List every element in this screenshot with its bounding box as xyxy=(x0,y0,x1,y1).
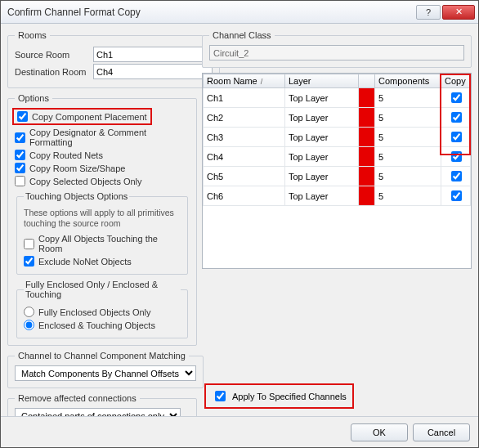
cell-components: 5 xyxy=(375,108,441,128)
cell-copy xyxy=(441,88,471,108)
cell-layer: Top Layer xyxy=(285,167,359,186)
copy-designator-checkbox[interactable] xyxy=(15,132,25,143)
options-group: Options Copy Component Placement Copy De… xyxy=(7,93,197,346)
apply-box: Apply To Specified Channels xyxy=(207,386,351,406)
cell-layer: Top Layer xyxy=(285,128,359,147)
touching-legend: Touching Objects Options xyxy=(24,191,129,201)
apply-checkbox[interactable] xyxy=(215,391,226,401)
rooms-group: Rooms Source Room Destination Room xyxy=(7,30,220,88)
table-row[interactable]: Ch1Top Layer5 xyxy=(204,88,471,108)
apply-area: Apply To Specified Channels xyxy=(202,383,472,410)
enclosed-legend: Fully Enclosed Only / Enclosed & Touchin… xyxy=(24,280,181,299)
cell-room: Ch6 xyxy=(204,186,285,206)
cell-room: Ch1 xyxy=(204,88,285,108)
ok-button[interactable]: OK xyxy=(351,423,408,441)
source-room-input[interactable] xyxy=(93,47,213,62)
cell-components: 5 xyxy=(375,186,441,206)
row-copy-checkbox[interactable] xyxy=(451,151,462,162)
table-row[interactable]: Ch5Top Layer5 xyxy=(204,167,471,186)
col-components[interactable]: Components xyxy=(375,74,441,88)
row-copy-checkbox[interactable] xyxy=(451,112,462,123)
row-copy-checkbox[interactable] xyxy=(451,190,462,201)
cell-room: Ch5 xyxy=(204,167,285,186)
cell-layer: Top Layer xyxy=(285,108,359,128)
exclude-nonet-label: Exclude NoNet Objects xyxy=(38,257,132,267)
channel-table-wrap: Room Name/ Layer Components Copy Ch1Top … xyxy=(202,73,472,269)
matching-group: Channel to Channel Component Matching Ma… xyxy=(7,351,204,388)
cell-room: Ch4 xyxy=(204,147,285,167)
cell-layer: Top Layer xyxy=(285,186,359,206)
cell-components: 5 xyxy=(375,88,441,108)
cell-components: 5 xyxy=(375,147,441,167)
enclosed-touching-radio[interactable] xyxy=(24,320,34,330)
dialog-footer: OK Cancel xyxy=(1,416,478,447)
copy-routed-nets-label: Copy Routed Nets xyxy=(29,150,103,160)
table-row[interactable]: Ch2Top Layer5 xyxy=(204,108,471,128)
close-button[interactable]: ✕ xyxy=(442,5,475,20)
fully-enclosed-radio[interactable] xyxy=(24,307,34,317)
copy-component-placement-checkbox[interactable] xyxy=(17,111,28,122)
help-icon: ? xyxy=(426,7,431,17)
enclosed-group: Fully Enclosed Only / Enclosed & Touchin… xyxy=(16,280,188,338)
window-title: Confirm Channel Format Copy xyxy=(7,7,141,18)
col-room[interactable]: Room Name/ xyxy=(204,74,285,88)
cell-copy xyxy=(441,167,471,186)
close-icon: ✕ xyxy=(455,7,463,17)
col-layer[interactable]: Layer xyxy=(285,74,359,88)
touching-desc: These options will apply to all primitiv… xyxy=(24,208,181,229)
cell-layer: Top Layer xyxy=(285,88,359,108)
table-row[interactable]: Ch3Top Layer5 xyxy=(204,128,471,147)
table-row[interactable]: Ch4Top Layer5 xyxy=(204,147,471,167)
cell-copy xyxy=(441,108,471,128)
row-copy-checkbox[interactable] xyxy=(451,132,462,142)
cell-copy xyxy=(441,128,471,147)
copy-all-touching-label: Copy All Objects Touching the Room xyxy=(38,234,181,253)
col-copy[interactable]: Copy xyxy=(441,74,471,88)
copy-component-placement-label: Copy Component Placement xyxy=(32,112,147,122)
cancel-button[interactable]: Cancel xyxy=(413,423,470,441)
right-column: Channel Class Room Name/ Layer Component… xyxy=(202,30,472,410)
cell-copy xyxy=(441,147,471,167)
matching-legend: Channel to Channel Component Matching xyxy=(15,351,189,361)
copy-designator-label: Copy Designator & Comment Formatting xyxy=(29,128,190,147)
copy-routed-nets-checkbox[interactable] xyxy=(15,150,25,160)
copy-selected-only-checkbox[interactable] xyxy=(15,176,25,186)
cell-room: Ch2 xyxy=(204,108,285,128)
cell-color xyxy=(359,147,375,167)
help-button[interactable]: ? xyxy=(416,5,441,20)
copy-room-size-checkbox[interactable] xyxy=(15,163,25,173)
remove-group: Remove affected connections Contained pa… xyxy=(7,393,197,416)
channel-class-legend: Channel Class xyxy=(209,30,275,40)
cell-color xyxy=(359,108,375,128)
dialog-window: Confirm Channel Format Copy ? ✕ Rooms So… xyxy=(0,0,479,448)
copy-room-size-label: Copy Room Size/Shape xyxy=(29,164,125,173)
exclude-nonet-checkbox[interactable] xyxy=(24,256,34,267)
row-copy-checkbox[interactable] xyxy=(451,92,462,103)
cell-color xyxy=(359,88,375,108)
table-row[interactable]: Ch6Top Layer5 xyxy=(204,186,471,206)
row-copy-checkbox[interactable] xyxy=(451,171,462,181)
cell-color xyxy=(359,167,375,186)
copy-selected-only-label: Copy Selected Objects Only xyxy=(29,177,142,186)
cell-layer: Top Layer xyxy=(285,147,359,167)
dest-room-input[interactable] xyxy=(93,64,213,79)
fully-enclosed-label: Fully Enclosed Objects Only xyxy=(38,307,151,317)
apply-label: Apply To Specified Channels xyxy=(232,392,347,401)
remove-legend: Remove affected connections xyxy=(15,393,140,403)
rooms-legend: Rooms xyxy=(15,30,50,40)
enclosed-touching-label: Enclosed & Touching Objects xyxy=(38,320,155,330)
channel-class-group: Channel Class xyxy=(202,30,472,68)
table-body: Ch1Top Layer5Ch2Top Layer5Ch3Top Layer5C… xyxy=(204,88,471,206)
cell-copy xyxy=(441,186,471,206)
copy-all-touching-checkbox[interactable] xyxy=(24,239,34,249)
matching-select[interactable]: Match Components By Channel Offsets xyxy=(15,365,196,381)
remove-select[interactable]: Contained parts of connections only xyxy=(15,408,181,416)
cell-components: 5 xyxy=(375,128,441,147)
touching-group: Touching Objects Options These options w… xyxy=(16,191,188,275)
dest-room-label: Destination Room xyxy=(15,67,88,77)
sort-icon: / xyxy=(261,78,263,86)
titlebar[interactable]: Confirm Channel Format Copy ? ✕ xyxy=(1,1,478,24)
channel-table: Room Name/ Layer Components Copy Ch1Top … xyxy=(203,74,471,206)
source-room-label: Source Room xyxy=(15,50,88,60)
col-color[interactable] xyxy=(359,74,375,88)
